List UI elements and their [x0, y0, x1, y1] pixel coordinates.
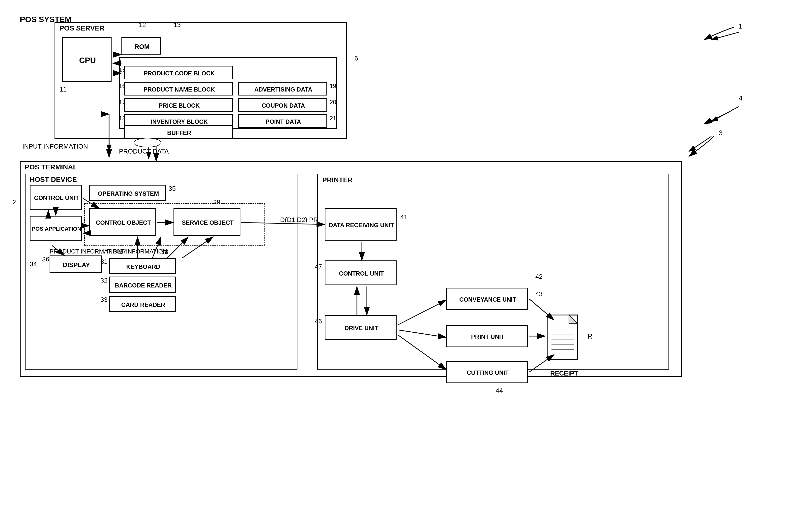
- pos-application-label: POS APPLICATION: [30, 216, 82, 241]
- ref-21: 21: [330, 115, 336, 122]
- cutting-unit-box: CUTTING UNIT: [446, 361, 528, 383]
- ref-6: 6: [354, 54, 358, 62]
- ref-5: 5: [146, 139, 150, 147]
- control-object-label: CONTROL OBJECT: [90, 209, 157, 236]
- print-unit-label: PRINT UNIT: [447, 326, 529, 348]
- conveyance-unit-label: CONVEYANCE UNIT: [447, 289, 529, 311]
- cutting-unit-label: CUTTING UNIT: [447, 362, 529, 384]
- buffer-box: BUFFER: [124, 125, 233, 139]
- printer-label: PRINTER: [322, 176, 353, 184]
- ref-15: 15: [119, 66, 126, 73]
- host-device-label: HOST DEVICE: [30, 176, 77, 184]
- svg-line-3: [711, 107, 739, 122]
- control-unit-box: CONTROL UNIT: [30, 185, 82, 210]
- coupon-data-label: COUPON DATA: [239, 99, 328, 112]
- display-label: DISPLAY: [50, 256, 102, 274]
- ref-4: 4: [739, 94, 743, 102]
- input-information-label: INPUT INFORMATION: [22, 143, 88, 150]
- pos-application-box: POS APPLICATION: [30, 216, 82, 240]
- advertising-data-label: ADVERTISING DATA: [239, 82, 328, 96]
- buffer-label: BUFFER: [125, 126, 234, 140]
- service-object-label: SERVICE OBJECT: [174, 209, 241, 236]
- ref-31: 31: [100, 258, 107, 266]
- cpu-box: CPU: [62, 37, 111, 82]
- receipt-ref-label: R: [587, 332, 592, 340]
- control-unit2-label: CONTROL UNIT: [325, 261, 397, 286]
- control-unit2-box: CONTROL UNIT: [325, 261, 396, 285]
- keyboard-box: KEYBOARD: [109, 258, 176, 274]
- ref-11: 11: [59, 86, 67, 93]
- card-reader-label: CARD READER: [110, 297, 177, 313]
- ref-47: 47: [315, 263, 322, 271]
- control-unit-label: CONTROL UNIT: [30, 185, 82, 210]
- product-code-block-box: PRODUCT CODE BLOCK: [124, 66, 233, 79]
- svg-line-4: [689, 136, 711, 151]
- ref-17: 17: [119, 99, 126, 106]
- drive-unit-label: DRIVE UNIT: [325, 316, 397, 341]
- receipt-label: RECEIPT: [550, 370, 578, 377]
- product-name-block-box: PRODUCT NAME BLOCK: [124, 82, 233, 96]
- advertising-data-box: ADVERTISING DATA: [238, 82, 327, 96]
- svg-line-2: [711, 32, 739, 40]
- data-receiving-unit-box: DATA RECEIVING UNIT: [325, 208, 396, 240]
- display-box: DISPLAY: [50, 256, 101, 273]
- ref-32: 32: [100, 277, 107, 284]
- coupon-data-box: COUPON DATA: [238, 98, 327, 112]
- ref-46: 46: [315, 318, 322, 325]
- pos-server-label: POS SERVER: [59, 24, 104, 32]
- card-reader-box: CARD READER: [109, 296, 176, 312]
- barcode-reader-box: BARCODE READER: [109, 277, 176, 293]
- cpu-label: CPU: [63, 38, 112, 82]
- control-object-box: CONTROL OBJECT: [89, 208, 156, 236]
- point-data-box: POINT DATA: [238, 114, 327, 128]
- price-block-box: PRICE BLOCK: [124, 98, 233, 112]
- ref-35: 35: [169, 185, 176, 192]
- ref-1: 1: [739, 22, 743, 30]
- barcode-reader-label: BARCODE READER: [110, 277, 177, 294]
- rom-label: ROM: [122, 38, 162, 55]
- input-info-label: INPUT INFORMATION: [106, 248, 167, 255]
- price-block-label: PRICE BLOCK: [125, 99, 234, 112]
- operating-system-label: OPERATING SYSTEM: [90, 185, 167, 202]
- ref-33: 33: [100, 296, 107, 304]
- ref-3: 3: [719, 129, 723, 137]
- ref-44: 44: [496, 387, 503, 395]
- pos-terminal-label: POS TERMINAL: [25, 163, 77, 171]
- ref-2: 2: [12, 198, 16, 206]
- drive-unit-box: DRIVE UNIT: [325, 315, 396, 340]
- ref-36: 36: [42, 256, 49, 263]
- rom-box: ROM: [121, 37, 161, 54]
- ref-41: 41: [400, 213, 408, 221]
- ref-12: 12: [139, 21, 146, 29]
- operating-system-box: OPERATING SYSTEM: [89, 185, 166, 201]
- ref-18: 18: [119, 115, 126, 122]
- product-data-label: PRODUCT DATA: [119, 148, 169, 155]
- data-receiving-unit-label: DATA RECEIVING UNIT: [325, 209, 397, 241]
- receipt-icon: [545, 310, 582, 365]
- diagram: POS SYSTEM POS SERVER 12 13 6 CPU 11 ROM…: [0, 0, 812, 505]
- ref-20: 20: [330, 99, 336, 106]
- conveyance-unit-box: CONVEYANCE UNIT: [446, 288, 528, 310]
- ref-34: 34: [30, 261, 37, 268]
- print-unit-box: PRINT UNIT: [446, 325, 528, 347]
- ref-43: 43: [535, 290, 543, 298]
- service-object-box: SERVICE OBJECT: [174, 208, 240, 236]
- ref-19: 19: [330, 82, 336, 90]
- product-name-block-label: PRODUCT NAME BLOCK: [125, 82, 234, 96]
- ref-39: 39: [213, 198, 220, 206]
- ref-13: 13: [174, 21, 181, 29]
- ref-16: 16: [119, 82, 126, 90]
- product-code-block-label: PRODUCT CODE BLOCK: [125, 66, 234, 80]
- ref-42: 42: [535, 273, 543, 281]
- point-data-label: POINT DATA: [239, 115, 328, 129]
- keyboard-label: KEYBOARD: [110, 259, 177, 275]
